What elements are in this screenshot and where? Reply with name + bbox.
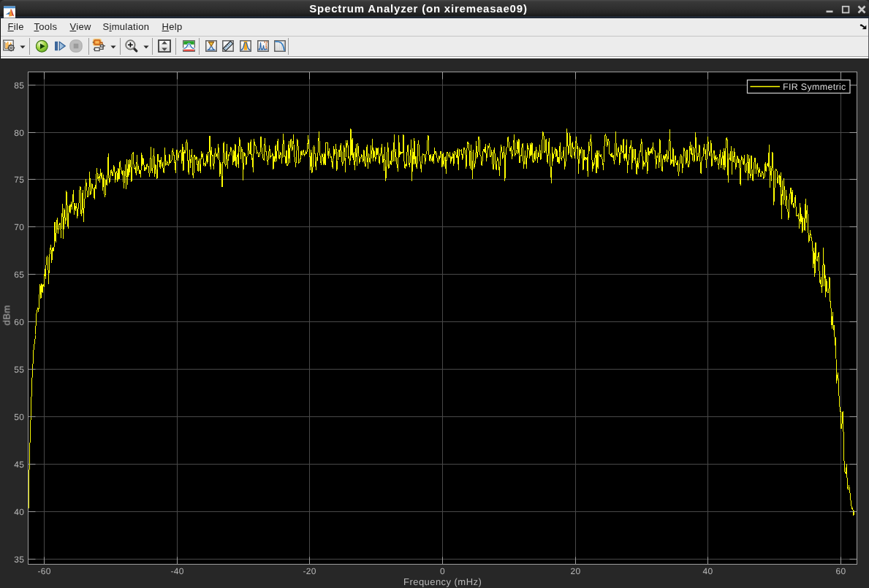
svg-text:60: 60 <box>836 566 846 576</box>
svg-text:75: 75 <box>14 175 24 185</box>
svg-text:80: 80 <box>14 128 24 138</box>
svg-text:85: 85 <box>14 80 24 91</box>
svg-text:55: 55 <box>14 364 24 375</box>
svg-text:Frequency (mHz): Frequency (mHz) <box>403 576 482 587</box>
svg-text:FIR Symmetric: FIR Symmetric <box>783 82 846 92</box>
svg-text:-40: -40 <box>170 566 183 576</box>
svg-text:40: 40 <box>14 507 24 517</box>
svg-text:65: 65 <box>14 270 24 280</box>
svg-text:45: 45 <box>14 459 24 470</box>
svg-text:20: 20 <box>571 566 581 576</box>
svg-text:-20: -20 <box>303 566 316 576</box>
svg-text:-60: -60 <box>37 566 50 576</box>
svg-text:40: 40 <box>703 566 713 576</box>
svg-text:0: 0 <box>440 566 445 576</box>
svg-text:70: 70 <box>14 222 24 232</box>
svg-text:dBm: dBm <box>1 305 12 325</box>
svg-text:50: 50 <box>14 412 24 422</box>
svg-text:35: 35 <box>14 554 24 565</box>
svg-text:60: 60 <box>14 317 24 327</box>
